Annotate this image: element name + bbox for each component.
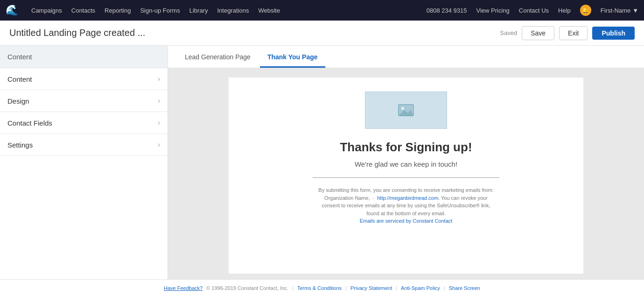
chevron-right-icon: › (158, 119, 160, 127)
notification-icon[interactable]: 🔔 (580, 5, 591, 16)
nav-reporting[interactable]: Reporting (105, 7, 131, 14)
chevron-right-icon: › (158, 75, 160, 83)
tabs-bar: Lead Generation Page Thank You Page (168, 46, 644, 68)
footer-copyright: © 1996-2019 Constant Contact, Inc. (206, 285, 288, 291)
nav-campaigns[interactable]: Campaigns (31, 7, 62, 14)
preview-legal-text: By submitting this form, you are consent… (317, 186, 495, 225)
serviced-link[interactable]: Emails are serviced by Constant Contact (360, 218, 453, 224)
image-placeholder-icon (398, 102, 414, 119)
footer: Have Feedback? © 1996-2019 Constant Cont… (0, 279, 644, 296)
top-navigation: 🌊 Campaigns Contacts Reporting Sign-up F… (0, 0, 644, 21)
preview-frame: Thanks for Signing up! We're glad we can… (229, 78, 583, 274)
preview-divider (313, 177, 499, 178)
chevron-right-icon: › (158, 97, 160, 105)
nav-integrations[interactable]: Integrations (217, 7, 249, 14)
sidebar: Content Content › Design › Contact Field… (0, 46, 168, 279)
footer-privacy[interactable]: Privacy Statement (350, 285, 392, 291)
footer-share-screen[interactable]: Share Screen (449, 285, 480, 291)
sidebar-item-settings-label: Settings (7, 141, 33, 149)
main-layout: Content Content › Design › Contact Field… (0, 46, 644, 279)
sidebar-item-contact-fields[interactable]: Contact Fields › (0, 112, 168, 134)
sidebar-item-design[interactable]: Design › (0, 90, 168, 112)
page-title: Untitled Landing Page created ... (9, 28, 500, 38)
publish-button[interactable]: Publish (592, 27, 635, 40)
footer-antispam[interactable]: Anti-Spam Policy (401, 285, 440, 291)
save-button[interactable]: Save (522, 26, 554, 40)
chevron-right-icon: › (158, 141, 160, 149)
nav-contacts[interactable]: Contacts (71, 7, 95, 14)
logo-icon[interactable]: 🌊 (6, 4, 18, 16)
sidebar-item-content[interactable]: Content › (0, 68, 168, 90)
saved-status: Saved (500, 29, 517, 36)
header-actions: Saved Save Exit Publish (500, 26, 635, 40)
nav-website[interactable]: Website (258, 7, 280, 14)
feedback-link[interactable]: Have Feedback? (164, 285, 203, 291)
sidebar-item-design-label: Design (7, 97, 29, 105)
nav-contact-us[interactable]: Contact Us (519, 7, 549, 14)
exit-button[interactable]: Exit (559, 26, 588, 40)
phone-number: 0808 234 9315 (427, 7, 467, 14)
page-header: Untitled Landing Page created ... Saved … (0, 21, 644, 46)
content-area: Lead Generation Page Thank You Page Than… (168, 46, 644, 279)
preview-subtext: We're glad we can keep in touch! (355, 160, 457, 168)
legal-link[interactable]: http://meganbirdmead.com (377, 195, 438, 201)
nav-help[interactable]: Help (558, 7, 571, 14)
sidebar-item-contact-fields-label: Contact Fields (7, 119, 52, 127)
preview-area: Thanks for Signing up! We're glad we can… (168, 68, 644, 279)
sidebar-header: Content (0, 46, 168, 68)
footer-terms[interactable]: Terms & Conditions (297, 285, 342, 291)
tab-lead-generation[interactable]: Lead Generation Page (177, 48, 258, 68)
user-menu[interactable]: First-Name ▼ (601, 7, 638, 14)
preview-heading: Thanks for Signing up! (340, 140, 472, 155)
chevron-down-icon: ▼ (632, 7, 638, 14)
sidebar-item-content-label: Content (7, 75, 32, 83)
image-placeholder (365, 92, 447, 129)
sidebar-item-settings[interactable]: Settings › (0, 134, 168, 156)
nav-library[interactable]: Library (189, 7, 208, 14)
nav-signup-forms[interactable]: Sign-up Forms (140, 7, 180, 14)
svg-point-1 (401, 107, 404, 110)
tab-thank-you[interactable]: Thank You Page (260, 48, 325, 68)
nav-view-pricing[interactable]: View Pricing (476, 7, 509, 14)
user-name-label: First-Name (601, 7, 630, 14)
